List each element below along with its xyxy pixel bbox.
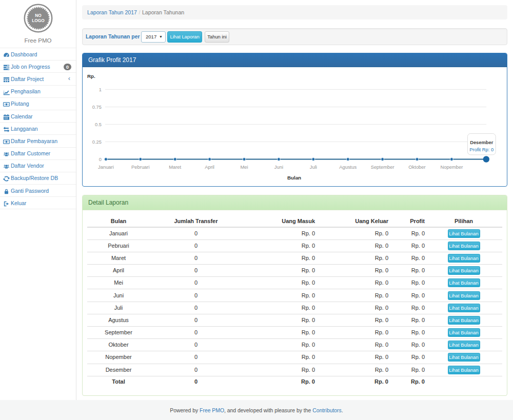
svg-text:NO: NO	[35, 13, 42, 18]
svg-text:Maret: Maret	[169, 164, 181, 170]
svg-text:Rp.: Rp.	[87, 73, 95, 79]
svg-text:Agustus: Agustus	[339, 164, 357, 170]
svg-text:Oktober: Oktober	[408, 164, 425, 170]
svg-text:September: September	[371, 164, 394, 170]
svg-text:Nopember: Nopember	[441, 164, 463, 170]
svg-text:Januari: Januari	[98, 164, 114, 170]
svg-text:Juli: Juli	[310, 164, 317, 170]
svg-text:0.75: 0.75	[92, 104, 102, 110]
svg-text:April: April	[205, 164, 214, 170]
svg-text:0.5: 0.5	[95, 122, 102, 127]
svg-text:1: 1	[99, 87, 102, 92]
svg-text:Profit Rp: 0: Profit Rp: 0	[469, 147, 494, 152]
svg-text:0.25: 0.25	[92, 139, 102, 145]
svg-text:Pebruari: Pebruari	[131, 164, 149, 170]
svg-text:Juni: Juni	[274, 164, 283, 170]
svg-text:Mei: Mei	[240, 164, 248, 170]
svg-text:0: 0	[99, 156, 102, 162]
svg-text:LOGO: LOGO	[32, 18, 45, 23]
svg-text:Bulan: Bulan	[287, 175, 301, 181]
svg-text:Desember: Desember	[470, 139, 494, 145]
